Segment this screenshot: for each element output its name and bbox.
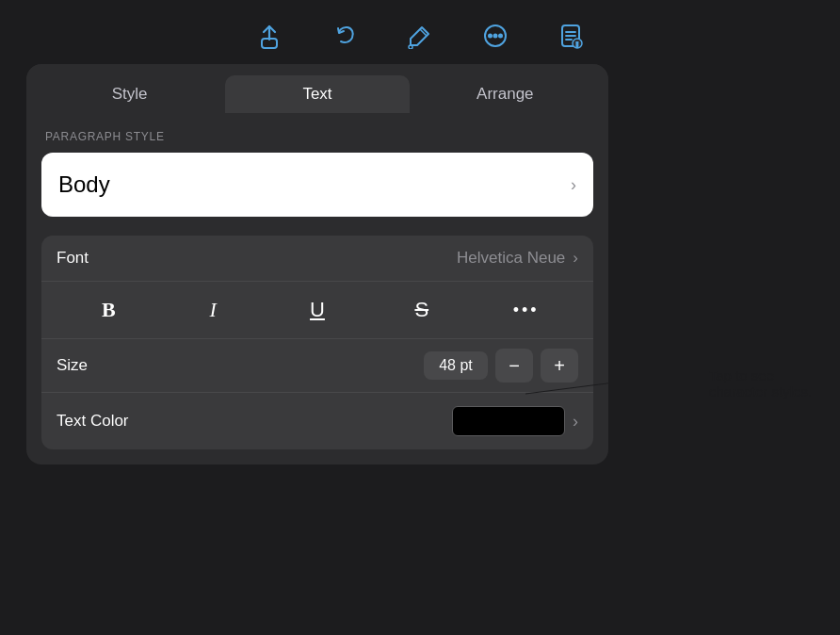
font-chevron: › bbox=[573, 249, 578, 268]
svg-point-5 bbox=[499, 34, 502, 37]
svg-point-1 bbox=[409, 45, 412, 49]
strikethrough-button[interactable]: S bbox=[403, 293, 441, 327]
size-row: Size 48 pt − + bbox=[41, 339, 593, 393]
bold-button[interactable]: B bbox=[89, 293, 127, 327]
callout-line2: character styles. bbox=[709, 383, 812, 399]
text-color-row[interactable]: Text Color › bbox=[41, 393, 593, 449]
strikethrough-icon: S bbox=[414, 298, 428, 322]
callout-line1: Tap to see bbox=[709, 367, 812, 383]
size-label: Size bbox=[57, 356, 88, 375]
text-color-label: Text Color bbox=[57, 412, 129, 431]
share-icon[interactable] bbox=[256, 23, 283, 49]
italic-icon: I bbox=[210, 298, 217, 322]
paragraph-style-value: Body bbox=[58, 171, 110, 198]
more-icon: ••• bbox=[513, 301, 540, 320]
paragraph-style-chevron: › bbox=[571, 175, 576, 195]
font-label: Font bbox=[57, 249, 89, 268]
size-value: 48 pt bbox=[424, 351, 488, 380]
format-paintbrush-icon[interactable] bbox=[407, 23, 433, 49]
format-panel: Style Text Arrange PARAGRAPH STYLE Body … bbox=[26, 64, 608, 464]
bold-icon: B bbox=[102, 298, 116, 322]
paragraph-style-label: PARAGRAPH STYLE bbox=[45, 130, 593, 143]
font-value: Helvetica Neue bbox=[457, 249, 565, 268]
text-color-swatch bbox=[452, 406, 565, 436]
font-row[interactable]: Font Helvetica Neue › bbox=[41, 236, 593, 282]
font-section: Font Helvetica Neue › B I U S bbox=[41, 236, 593, 449]
size-increment-button[interactable]: + bbox=[541, 349, 578, 383]
tab-bar: Style Text Arrange bbox=[26, 64, 608, 113]
format-buttons-row: B I U S ••• bbox=[41, 282, 593, 339]
callout-box: Tap to see character styles. bbox=[709, 367, 812, 399]
more-circle-icon[interactable] bbox=[482, 23, 509, 49]
text-color-chevron: › bbox=[573, 412, 578, 431]
undo-icon[interactable] bbox=[331, 23, 358, 49]
tab-text[interactable]: Text bbox=[225, 75, 409, 113]
document-icon[interactable]: ! bbox=[557, 23, 584, 49]
svg-point-4 bbox=[494, 34, 497, 37]
size-decrement-button[interactable]: − bbox=[495, 349, 533, 383]
underline-icon: U bbox=[310, 298, 325, 322]
italic-button[interactable]: I bbox=[194, 293, 232, 327]
svg-point-3 bbox=[489, 34, 492, 37]
underline-button[interactable]: U bbox=[299, 293, 336, 327]
more-character-styles-button[interactable]: ••• bbox=[508, 293, 545, 327]
tab-style[interactable]: Style bbox=[38, 75, 221, 113]
top-toolbar: ! bbox=[0, 0, 840, 71]
tab-arrange[interactable]: Arrange bbox=[413, 75, 597, 113]
svg-text:!: ! bbox=[576, 41, 578, 47]
paragraph-style-selector[interactable]: Body › bbox=[41, 153, 593, 217]
